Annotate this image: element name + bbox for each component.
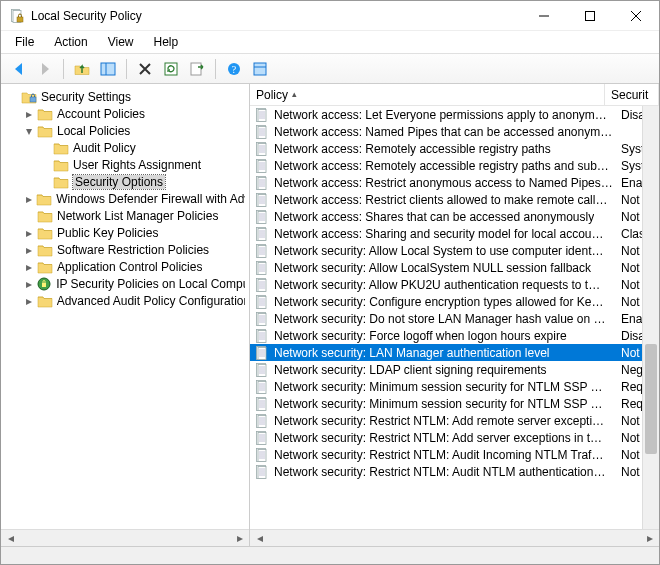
- back-button[interactable]: [7, 58, 31, 80]
- policy-name: Network security: Configure encryption t…: [274, 295, 603, 309]
- scroll-right-icon[interactable]: ▸: [232, 532, 247, 545]
- policy-row[interactable]: Network security: Allow Local System to …: [250, 242, 659, 259]
- app-icon: [9, 8, 25, 24]
- export-button[interactable]: [185, 58, 209, 80]
- policy-row[interactable]: Network security: Restrict NTLM: Add ser…: [250, 429, 659, 446]
- expander-icon[interactable]: ▸: [23, 227, 35, 239]
- tree-item[interactable]: Network List Manager Policies: [5, 207, 249, 224]
- up-button[interactable]: [70, 58, 94, 80]
- policy-row[interactable]: Network access: Remotely accessible regi…: [250, 157, 659, 174]
- delete-button[interactable]: [133, 58, 157, 80]
- i-ipsec-icon: [36, 276, 52, 292]
- tree-item[interactable]: ▾Local Policies: [5, 122, 249, 139]
- pane-button[interactable]: [96, 58, 120, 80]
- scroll-left-icon[interactable]: ◂: [3, 532, 18, 545]
- i-secfolder-icon: [21, 89, 37, 105]
- tree-item[interactable]: ▸Account Policies: [5, 105, 249, 122]
- tree-item[interactable]: ▸Software Restriction Policies: [5, 241, 249, 258]
- policy-row[interactable]: Network access: Restrict anonymous acces…: [250, 174, 659, 191]
- refresh-button[interactable]: [159, 58, 183, 80]
- policy-row[interactable]: Network access: Let Everyone permissions…: [250, 106, 659, 123]
- tree-subitem[interactable]: Audit Policy: [5, 139, 249, 156]
- tree-item[interactable]: ▸Application Control Policies: [5, 258, 249, 275]
- security-tree[interactable]: Security Settings▸Account Policies▾Local…: [1, 84, 249, 529]
- policy-list[interactable]: Network access: Let Everyone permissions…: [250, 106, 659, 529]
- scroll-right-icon[interactable]: ▸: [642, 532, 657, 545]
- tree-item[interactable]: ▸IP Security Policies on Local Compute: [5, 275, 249, 292]
- scroll-thumb[interactable]: [645, 344, 657, 454]
- policy-row[interactable]: Network security: Force logoff when logo…: [250, 327, 659, 344]
- tree-root[interactable]: Security Settings: [5, 88, 249, 105]
- policy-row[interactable]: Network security: Minimum session securi…: [250, 395, 659, 412]
- policy-row[interactable]: Network security: LAN Manager authentica…: [250, 344, 659, 361]
- menu-action[interactable]: Action: [46, 33, 95, 51]
- tree-item[interactable]: ▸Windows Defender Firewall with Adva: [5, 190, 249, 207]
- policy-row[interactable]: Network security: Allow PKU2U authentica…: [250, 276, 659, 293]
- i-folder-icon: [37, 242, 53, 258]
- tree-item[interactable]: ▸Advanced Audit Policy Configuration: [5, 292, 249, 309]
- policy-row[interactable]: Network security: Do not store LAN Manag…: [250, 310, 659, 327]
- maximize-button[interactable]: [567, 1, 613, 30]
- help-button[interactable]: [222, 58, 246, 80]
- policy-icon: [254, 260, 270, 276]
- tree-item[interactable]: ▸Public Key Policies: [5, 224, 249, 241]
- policy-row[interactable]: Network access: Sharing and security mod…: [250, 225, 659, 242]
- i-folder-icon: [53, 174, 69, 190]
- tree-hscrollbar[interactable]: ◂ ▸: [1, 529, 249, 546]
- expander-icon[interactable]: ▸: [23, 193, 34, 205]
- policy-name: Network security: Restrict NTLM: Audit N…: [274, 465, 605, 479]
- policy-icon: [254, 243, 270, 259]
- expander-icon[interactable]: ▸: [23, 108, 35, 120]
- policy-row[interactable]: Network security: Configure encryption t…: [250, 293, 659, 310]
- menu-help[interactable]: Help: [146, 33, 187, 51]
- expander-icon[interactable]: ▸: [23, 261, 35, 273]
- i-folder-icon: [37, 106, 53, 122]
- policy-name: Network security: Allow Local System to …: [274, 244, 603, 258]
- expander-icon[interactable]: ▸: [23, 278, 34, 290]
- policy-name: Network security: Minimum session securi…: [274, 397, 603, 411]
- policy-row[interactable]: Network security: Restrict NTLM: Audit I…: [250, 446, 659, 463]
- policy-name: Network security: LDAP client signing re…: [274, 363, 547, 377]
- policy-name: Network security: Allow PKU2U authentica…: [274, 278, 600, 292]
- policy-name: Network access: Restrict clients allowed…: [274, 193, 607, 207]
- menu-view[interactable]: View: [100, 33, 142, 51]
- policy-icon: [254, 175, 270, 191]
- minimize-button[interactable]: [521, 1, 567, 30]
- list-vscrollbar[interactable]: [642, 106, 659, 529]
- policy-row[interactable]: Network security: Restrict NTLM: Audit N…: [250, 463, 659, 480]
- policy-name: Network access: Remotely accessible regi…: [274, 159, 609, 173]
- expander-icon[interactable]: ▸: [23, 244, 35, 256]
- tree-item-label: Security Options: [73, 175, 165, 189]
- policy-row[interactable]: Network security: Minimum session securi…: [250, 378, 659, 395]
- policy-row[interactable]: Network security: LDAP client signing re…: [250, 361, 659, 378]
- tree-subitem[interactable]: User Rights Assignment: [5, 156, 249, 173]
- policy-name: Network access: Restrict anonymous acces…: [274, 176, 613, 190]
- policy-icon: [254, 141, 270, 157]
- properties-button[interactable]: [248, 58, 272, 80]
- policy-row[interactable]: Network security: Allow LocalSystem NULL…: [250, 259, 659, 276]
- policy-icon: [254, 430, 270, 446]
- policy-icon: [254, 328, 270, 344]
- tree-subitem[interactable]: Security Options: [5, 173, 249, 190]
- policy-row[interactable]: Network access: Restrict clients allowed…: [250, 191, 659, 208]
- expander-icon[interactable]: ▾: [23, 125, 35, 137]
- policy-row[interactable]: Network access: Shares that can be acces…: [250, 208, 659, 225]
- list-hscrollbar[interactable]: ◂ ▸: [250, 529, 659, 546]
- i-folder-icon: [53, 157, 69, 173]
- policy-row[interactable]: Network access: Remotely accessible regi…: [250, 140, 659, 157]
- scroll-left-icon[interactable]: ◂: [252, 532, 267, 545]
- column-security[interactable]: Securit: [605, 84, 659, 105]
- policy-row[interactable]: Network security: Restrict NTLM: Add rem…: [250, 412, 659, 429]
- policy-icon: [254, 209, 270, 225]
- close-button[interactable]: [613, 1, 659, 30]
- menu-file[interactable]: File: [7, 33, 42, 51]
- policy-icon: [254, 362, 270, 378]
- expander-icon[interactable]: ▸: [23, 295, 35, 307]
- tree-item-label: Network List Manager Policies: [57, 209, 218, 223]
- policy-icon: [254, 345, 270, 361]
- forward-button: [33, 58, 57, 80]
- policy-icon: [254, 294, 270, 310]
- column-policy[interactable]: Policy ▴: [250, 84, 605, 105]
- list-header: Policy ▴ Securit: [250, 84, 659, 106]
- policy-row[interactable]: Network access: Named Pipes that can be …: [250, 123, 659, 140]
